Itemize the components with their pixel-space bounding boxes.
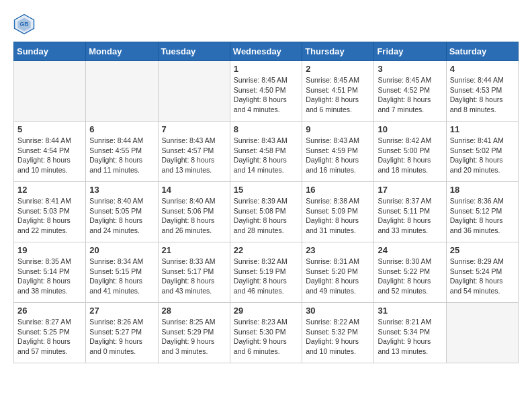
day-number: 3 <box>378 64 442 74</box>
calendar-cell: 29Sunrise: 8:23 AM Sunset: 5:30 PM Dayli… <box>230 303 302 363</box>
calendar-cell: 31Sunrise: 8:21 AM Sunset: 5:34 PM Dayli… <box>374 303 446 363</box>
day-info: Sunrise: 8:43 AM Sunset: 4:59 PM Dayligh… <box>306 136 370 175</box>
day-info: Sunrise: 8:42 AM Sunset: 5:00 PM Dayligh… <box>378 136 442 175</box>
day-info: Sunrise: 8:45 AM Sunset: 4:52 PM Dayligh… <box>378 75 442 115</box>
day-number: 5 <box>17 124 82 134</box>
weekday-header-monday: Monday <box>86 42 158 61</box>
calendar-table: SundayMondayTuesdayWednesdayThursdayFrid… <box>13 42 519 363</box>
day-number: 11 <box>450 124 515 134</box>
day-number: 23 <box>306 245 370 255</box>
weekday-header-saturday: Saturday <box>446 42 518 61</box>
day-info: Sunrise: 8:43 AM Sunset: 4:58 PM Dayligh… <box>234 136 298 175</box>
calendar-cell: 24Sunrise: 8:30 AM Sunset: 5:22 PM Dayli… <box>374 242 446 303</box>
page-header: GB <box>13 13 519 35</box>
day-info: Sunrise: 8:40 AM Sunset: 5:06 PM Dayligh… <box>162 196 226 236</box>
day-number: 18 <box>450 185 515 195</box>
weekday-header-tuesday: Tuesday <box>158 42 230 61</box>
day-info: Sunrise: 8:31 AM Sunset: 5:20 PM Dayligh… <box>306 257 370 296</box>
calendar-cell <box>158 61 230 122</box>
day-info: Sunrise: 8:23 AM Sunset: 5:30 PM Dayligh… <box>234 317 298 357</box>
calendar-cell <box>446 303 518 363</box>
day-info: Sunrise: 8:36 AM Sunset: 5:12 PM Dayligh… <box>450 196 515 236</box>
svg-text:GB: GB <box>19 21 28 28</box>
day-number: 10 <box>378 124 442 134</box>
day-info: Sunrise: 8:39 AM Sunset: 5:08 PM Dayligh… <box>234 196 298 236</box>
day-number: 25 <box>450 245 515 255</box>
calendar-cell: 6Sunrise: 8:44 AM Sunset: 4:55 PM Daylig… <box>86 122 158 182</box>
day-info: Sunrise: 8:25 AM Sunset: 5:29 PM Dayligh… <box>162 317 226 357</box>
day-number: 8 <box>234 124 298 134</box>
calendar-cell: 25Sunrise: 8:29 AM Sunset: 5:24 PM Dayli… <box>446 242 518 303</box>
day-info: Sunrise: 8:40 AM Sunset: 5:05 PM Dayligh… <box>89 196 154 236</box>
calendar-cell: 12Sunrise: 8:41 AM Sunset: 5:03 PM Dayli… <box>14 182 86 242</box>
day-info: Sunrise: 8:27 AM Sunset: 5:25 PM Dayligh… <box>17 317 82 357</box>
calendar-cell: 9Sunrise: 8:43 AM Sunset: 4:59 PM Daylig… <box>302 122 374 182</box>
day-number: 19 <box>17 245 82 255</box>
calendar-week-1: 1Sunrise: 8:45 AM Sunset: 4:50 PM Daylig… <box>14 61 519 122</box>
calendar-cell: 13Sunrise: 8:40 AM Sunset: 5:05 PM Dayli… <box>86 182 158 242</box>
calendar-cell: 22Sunrise: 8:32 AM Sunset: 5:19 PM Dayli… <box>230 242 302 303</box>
day-number: 14 <box>162 185 226 195</box>
logo: GB <box>13 13 38 35</box>
day-number: 4 <box>450 64 515 74</box>
calendar-cell: 7Sunrise: 8:43 AM Sunset: 4:57 PM Daylig… <box>158 122 230 182</box>
day-number: 20 <box>89 245 154 255</box>
day-info: Sunrise: 8:29 AM Sunset: 5:24 PM Dayligh… <box>450 257 515 296</box>
calendar-cell: 1Sunrise: 8:45 AM Sunset: 4:50 PM Daylig… <box>230 61 302 122</box>
day-number: 15 <box>234 185 298 195</box>
calendar-cell: 5Sunrise: 8:44 AM Sunset: 4:54 PM Daylig… <box>14 122 86 182</box>
calendar-cell: 11Sunrise: 8:41 AM Sunset: 5:02 PM Dayli… <box>446 122 518 182</box>
calendar-cell: 15Sunrise: 8:39 AM Sunset: 5:08 PM Dayli… <box>230 182 302 242</box>
day-info: Sunrise: 8:41 AM Sunset: 5:02 PM Dayligh… <box>450 136 515 175</box>
calendar-cell: 20Sunrise: 8:34 AM Sunset: 5:15 PM Dayli… <box>86 242 158 303</box>
day-info: Sunrise: 8:37 AM Sunset: 5:11 PM Dayligh… <box>378 196 442 236</box>
calendar-week-5: 26Sunrise: 8:27 AM Sunset: 5:25 PM Dayli… <box>14 303 519 363</box>
calendar-cell: 18Sunrise: 8:36 AM Sunset: 5:12 PM Dayli… <box>446 182 518 242</box>
weekday-header-thursday: Thursday <box>302 42 374 61</box>
calendar-cell: 3Sunrise: 8:45 AM Sunset: 4:52 PM Daylig… <box>374 61 446 122</box>
day-info: Sunrise: 8:30 AM Sunset: 5:22 PM Dayligh… <box>378 257 442 296</box>
day-number: 28 <box>162 306 226 316</box>
calendar-cell: 21Sunrise: 8:33 AM Sunset: 5:17 PM Dayli… <box>158 242 230 303</box>
calendar-cell: 30Sunrise: 8:22 AM Sunset: 5:32 PM Dayli… <box>302 303 374 363</box>
day-info: Sunrise: 8:32 AM Sunset: 5:19 PM Dayligh… <box>234 257 298 296</box>
day-number: 17 <box>378 185 442 195</box>
weekday-header-wednesday: Wednesday <box>230 42 302 61</box>
weekday-header-row: SundayMondayTuesdayWednesdayThursdayFrid… <box>14 42 519 61</box>
day-number: 13 <box>89 185 154 195</box>
day-number: 30 <box>306 306 370 316</box>
calendar-cell <box>86 61 158 122</box>
calendar-cell: 16Sunrise: 8:38 AM Sunset: 5:09 PM Dayli… <box>302 182 374 242</box>
day-info: Sunrise: 8:44 AM Sunset: 4:53 PM Dayligh… <box>450 75 515 115</box>
calendar-cell <box>14 61 86 122</box>
calendar-cell: 27Sunrise: 8:26 AM Sunset: 5:27 PM Dayli… <box>86 303 158 363</box>
calendar-cell: 8Sunrise: 8:43 AM Sunset: 4:58 PM Daylig… <box>230 122 302 182</box>
day-number: 6 <box>89 124 154 134</box>
day-number: 24 <box>378 245 442 255</box>
day-info: Sunrise: 8:22 AM Sunset: 5:32 PM Dayligh… <box>306 317 370 357</box>
day-info: Sunrise: 8:41 AM Sunset: 5:03 PM Dayligh… <box>17 196 82 236</box>
day-number: 7 <box>162 124 226 134</box>
day-info: Sunrise: 8:34 AM Sunset: 5:15 PM Dayligh… <box>89 257 154 296</box>
day-number: 2 <box>306 64 370 74</box>
calendar-cell: 19Sunrise: 8:35 AM Sunset: 5:14 PM Dayli… <box>14 242 86 303</box>
calendar-cell: 23Sunrise: 8:31 AM Sunset: 5:20 PM Dayli… <box>302 242 374 303</box>
day-number: 21 <box>162 245 226 255</box>
day-number: 22 <box>234 245 298 255</box>
day-info: Sunrise: 8:38 AM Sunset: 5:09 PM Dayligh… <box>306 196 370 236</box>
calendar-week-3: 12Sunrise: 8:41 AM Sunset: 5:03 PM Dayli… <box>14 182 519 242</box>
calendar-cell: 17Sunrise: 8:37 AM Sunset: 5:11 PM Dayli… <box>374 182 446 242</box>
day-info: Sunrise: 8:26 AM Sunset: 5:27 PM Dayligh… <box>89 317 154 357</box>
day-info: Sunrise: 8:33 AM Sunset: 5:17 PM Dayligh… <box>162 257 226 296</box>
day-info: Sunrise: 8:21 AM Sunset: 5:34 PM Dayligh… <box>378 317 442 357</box>
day-info: Sunrise: 8:43 AM Sunset: 4:57 PM Dayligh… <box>162 136 226 175</box>
day-number: 29 <box>234 306 298 316</box>
calendar-cell: 26Sunrise: 8:27 AM Sunset: 5:25 PM Dayli… <box>14 303 86 363</box>
calendar-cell: 14Sunrise: 8:40 AM Sunset: 5:06 PM Dayli… <box>158 182 230 242</box>
day-info: Sunrise: 8:45 AM Sunset: 4:50 PM Dayligh… <box>234 75 298 115</box>
day-number: 26 <box>17 306 82 316</box>
calendar-week-2: 5Sunrise: 8:44 AM Sunset: 4:54 PM Daylig… <box>14 122 519 182</box>
day-info: Sunrise: 8:45 AM Sunset: 4:51 PM Dayligh… <box>306 75 370 115</box>
day-number: 16 <box>306 185 370 195</box>
day-number: 27 <box>89 306 154 316</box>
